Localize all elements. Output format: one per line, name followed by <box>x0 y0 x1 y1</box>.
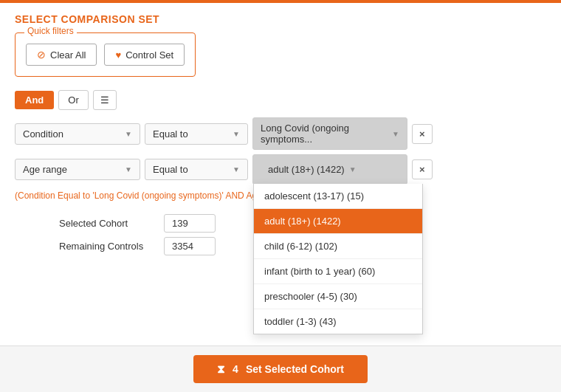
remaining-controls-label: Remaining Controls <box>59 241 155 252</box>
selected-cohort-value: 139 <box>164 214 216 233</box>
heart-icon: ♥ <box>115 49 121 61</box>
query-middle: Equal to 'Long Covid (ongoing symptoms)'… <box>55 190 247 201</box>
main-panel: SELECT COMPARISON SET Quick filters ⊘ Cl… <box>0 0 561 392</box>
condition-label: Condition <box>23 128 63 140</box>
quick-filters-buttons: ⊘ Clear All ♥ Control Set <box>26 44 185 66</box>
logic-row: And Or ☰ <box>15 90 546 110</box>
value-label-1: Long Covid (ongoing symptoms... <box>261 123 388 145</box>
and-button[interactable]: And <box>15 91 54 109</box>
operator-label-2: Equal to <box>153 164 188 175</box>
age-range-select[interactable]: Age range ▼ <box>15 159 140 180</box>
age-range-label: Age range <box>23 164 67 175</box>
quick-filters-box: Quick filters ⊘ Clear All ♥ Control Set <box>15 32 196 77</box>
quick-filters-label: Quick filters <box>24 26 77 36</box>
dropdown-item[interactable]: infant (birth to 1 year) (60) <box>254 259 422 284</box>
caret-icon-4: ▼ <box>125 165 132 173</box>
bottom-bar: ⧗ 4 Set Selected Cohort <box>0 345 561 392</box>
stat-remaining: Remaining Controls 3354 <box>59 237 216 255</box>
remove-button-1[interactable]: × <box>412 124 433 144</box>
caret-icon-2: ▼ <box>233 130 240 138</box>
value-select-2[interactable]: adult (18+) (1422) ▼ adolescent (13-17) … <box>252 154 407 185</box>
selected-cohort-label: Selected Cohort <box>59 218 155 229</box>
query-condition: Condition <box>18 190 55 201</box>
clear-all-label: Clear All <box>50 49 86 61</box>
dropdown-item[interactable]: adolescent (13-17) (15) <box>254 184 422 209</box>
clear-all-button[interactable]: ⊘ Clear All <box>26 44 97 66</box>
set-cohort-label: Set Selected Cohort <box>246 363 344 375</box>
advanced-icon: ☰ <box>100 94 109 106</box>
dropdown-item[interactable]: adult (18+) (1422) <box>254 209 422 234</box>
condition-select[interactable]: Condition ▼ <box>15 123 140 145</box>
value-select-1[interactable]: Long Covid (ongoing symptoms... ▼ <box>252 117 407 150</box>
filter-icon: ⊘ <box>37 49 46 61</box>
control-set-button[interactable]: ♥ Control Set <box>104 44 185 66</box>
stat-selected: Selected Cohort 139 <box>59 214 216 233</box>
caret-icon: ▼ <box>125 130 132 138</box>
filter-row-2: Age range ▼ Equal to ▼ adult (18+) (1422… <box>15 154 546 185</box>
set-cohort-button[interactable]: ⧗ 4 Set Selected Cohort <box>193 355 368 383</box>
advanced-button[interactable]: ☰ <box>93 90 117 110</box>
control-set-label: Control Set <box>125 49 173 61</box>
remaining-controls-value: 3354 <box>164 237 216 255</box>
value-label-2: adult (18+) (1422) <box>268 164 345 175</box>
caret-icon-3: ▼ <box>392 130 399 138</box>
operator-select-2[interactable]: Equal to ▼ <box>145 159 248 180</box>
operator-label-1: Equal to <box>153 128 188 140</box>
page-title: SELECT COMPARISON SET <box>0 3 561 32</box>
operator-select-1[interactable]: Equal to ▼ <box>145 123 248 145</box>
caret-icon-6: ▼ <box>349 165 357 173</box>
caret-icon-5: ▼ <box>233 165 240 173</box>
or-button[interactable]: Or <box>58 90 88 110</box>
set-cohort-count: 4 <box>233 363 238 375</box>
filter-row-1: Condition ▼ Equal to ▼ Long Covid (ongoi… <box>15 117 546 150</box>
hourglass-icon: ⧗ <box>217 362 225 376</box>
dropdown-item[interactable]: child (6-12) (102) <box>254 234 422 259</box>
age-dropdown: adolescent (13-17) (15)adult (18+) (1422… <box>253 184 423 334</box>
dropdown-item[interactable]: preschooler (4-5) (30) <box>254 284 422 309</box>
dropdown-item[interactable]: toddler (1-3) (43) <box>254 309 422 334</box>
remove-button-2[interactable]: × <box>412 159 433 179</box>
